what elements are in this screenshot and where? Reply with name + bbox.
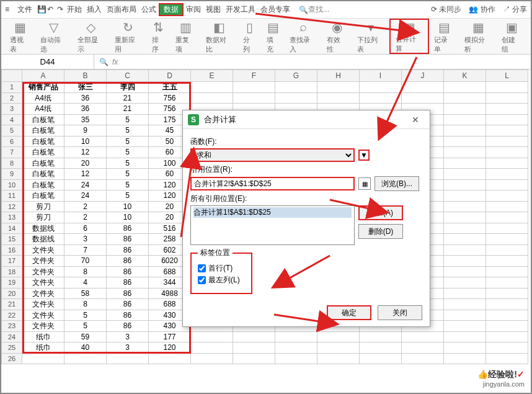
cell[interactable]: 21 xyxy=(107,104,149,115)
cell[interactable] xyxy=(233,332,275,343)
cell[interactable]: 5 xyxy=(107,115,149,126)
cell[interactable] xyxy=(486,343,528,354)
cell[interactable] xyxy=(275,354,317,365)
tab-review[interactable]: 审阅 xyxy=(184,4,203,15)
col-header-D[interactable]: D xyxy=(149,69,191,82)
cell[interactable] xyxy=(486,115,528,126)
cell[interactable] xyxy=(486,137,528,148)
cell[interactable] xyxy=(317,343,360,354)
cell[interactable]: 3 xyxy=(107,332,149,343)
cell[interactable] xyxy=(149,354,191,365)
cell[interactable] xyxy=(444,115,486,126)
tab-insert[interactable]: 插入 xyxy=(84,4,104,15)
cell[interactable] xyxy=(191,354,233,365)
row-header[interactable]: 9 xyxy=(1,169,22,180)
cell[interactable] xyxy=(486,158,528,169)
cell[interactable] xyxy=(402,332,444,343)
cell[interactable] xyxy=(275,332,317,343)
cell[interactable]: 剪刀 xyxy=(22,202,64,213)
cell[interactable]: 86 xyxy=(107,277,149,289)
col-header-B[interactable]: B xyxy=(64,69,107,82)
tab-dev[interactable]: 开发工具 xyxy=(223,4,258,15)
cell[interactable] xyxy=(486,190,528,202)
tab-formula[interactable]: 公式 xyxy=(139,4,159,15)
toolbar-分列[interactable]: ▯分列 xyxy=(238,19,262,54)
row-header[interactable]: 18 xyxy=(1,267,22,278)
dialog-titlebar[interactable]: S 合并计算 ✕ xyxy=(183,110,430,129)
cell[interactable]: 3 xyxy=(107,343,149,354)
cell[interactable]: 5 xyxy=(64,321,107,332)
row-header[interactable]: 3 xyxy=(1,104,22,115)
cell[interactable] xyxy=(402,354,444,365)
cell[interactable] xyxy=(275,82,317,93)
cell[interactable] xyxy=(444,93,486,104)
toolbar-下拉列表[interactable]: ▾下拉列表 xyxy=(352,19,389,54)
cell[interactable] xyxy=(360,343,402,354)
cell[interactable] xyxy=(486,321,528,332)
cell[interactable] xyxy=(486,180,528,191)
cell[interactable] xyxy=(444,321,486,332)
cell[interactable] xyxy=(317,332,360,343)
search-box[interactable]: 🔍 查找... xyxy=(293,4,335,15)
cell[interactable] xyxy=(486,147,528,158)
cell[interactable] xyxy=(486,256,528,267)
cell[interactable]: 5 xyxy=(107,180,149,191)
cell[interactable] xyxy=(444,267,486,278)
row-header[interactable]: 21 xyxy=(1,299,22,310)
cell[interactable]: 5 xyxy=(107,125,149,137)
add-button[interactable]: 添加(A) xyxy=(358,205,403,220)
cell[interactable] xyxy=(444,256,486,267)
toolbar-创建组[interactable]: ▣创建组 xyxy=(497,19,527,54)
cell[interactable]: 40 xyxy=(64,343,107,354)
cell[interactable]: 5 xyxy=(107,190,149,202)
select-all-corner[interactable] xyxy=(1,69,22,82)
undo-icon[interactable]: ↶ xyxy=(45,5,55,15)
cell[interactable]: 58 xyxy=(64,289,107,300)
ok-button[interactable]: 确定 xyxy=(327,305,371,320)
all-references-list[interactable]: 合并计算1!$A$1:$D$25 xyxy=(190,205,355,245)
cell[interactable]: 文件夹 xyxy=(22,289,64,300)
cell[interactable]: 白板笔 xyxy=(22,115,64,126)
tab-layout[interactable]: 页面布局 xyxy=(104,4,139,15)
top-row-checkbox[interactable]: 首行(T) xyxy=(198,263,245,274)
cell[interactable]: 35 xyxy=(64,115,107,126)
cell[interactable] xyxy=(191,343,233,354)
cell[interactable]: 白板笔 xyxy=(22,147,64,158)
cell[interactable] xyxy=(486,277,528,289)
cell[interactable] xyxy=(275,93,317,104)
cell[interactable]: 5 xyxy=(107,137,149,148)
cell[interactable] xyxy=(233,343,275,354)
cell[interactable] xyxy=(64,354,107,365)
cell[interactable] xyxy=(486,354,528,365)
cell[interactable]: 文件夹 xyxy=(22,245,64,256)
cell[interactable]: 756 xyxy=(149,93,191,104)
browse-button[interactable]: 浏览(B)... xyxy=(375,176,419,191)
cell[interactable] xyxy=(486,234,528,245)
row-header[interactable]: 25 xyxy=(1,343,22,354)
cell[interactable] xyxy=(486,332,528,343)
cell[interactable]: 白板笔 xyxy=(22,158,64,169)
cell[interactable]: 10 xyxy=(64,137,107,148)
cell[interactable]: 纸巾 xyxy=(22,343,64,354)
cell[interactable] xyxy=(191,93,233,104)
status-sync[interactable]: ⟳ 未同步 xyxy=(431,4,461,15)
row-header[interactable]: 10 xyxy=(1,180,22,191)
cell[interactable] xyxy=(486,202,528,213)
cell[interactable] xyxy=(402,82,444,93)
cell[interactable] xyxy=(444,223,486,235)
cell[interactable]: 86 xyxy=(107,256,149,267)
cell[interactable]: 24 xyxy=(64,180,107,191)
cell[interactable]: 文件夹 xyxy=(22,256,64,267)
row-header[interactable]: 6 xyxy=(1,137,22,148)
toolbar-透视表[interactable]: ▦透视表 xyxy=(5,19,35,54)
cell[interactable]: 10 xyxy=(107,212,149,223)
cell[interactable] xyxy=(444,158,486,169)
cell[interactable] xyxy=(402,93,444,104)
row-header[interactable]: 13 xyxy=(1,212,22,223)
cell[interactable]: 86 xyxy=(107,267,149,278)
cell[interactable]: 5 xyxy=(107,158,149,169)
col-header-I[interactable]: I xyxy=(360,69,402,82)
cell[interactable] xyxy=(444,299,486,310)
row-header[interactable]: 14 xyxy=(1,223,22,235)
cell[interactable]: 12 xyxy=(64,147,107,158)
